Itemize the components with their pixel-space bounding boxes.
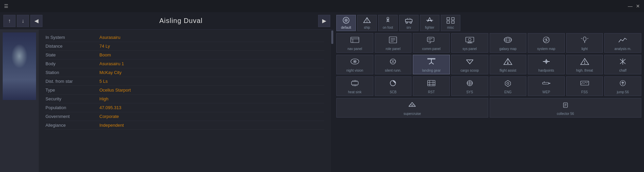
portrait-image — [3, 32, 36, 100]
info-row: Body Asurasairu 1 — [45, 59, 324, 68]
nav-panel-label: nav panel — [347, 47, 362, 51]
scroll-thumb[interactable] — [331, 30, 333, 44]
svg-marker-97 — [505, 80, 511, 87]
svg-marker-24 — [428, 18, 432, 21]
grid-row-3: heat sink SCB RST SYS ENG WEP FSS jump 5… — [336, 76, 641, 96]
svg-point-45 — [504, 39, 512, 41]
info-label: Station — [45, 70, 99, 75]
info-row: Security High — [45, 95, 324, 103]
svg-rect-99 — [543, 82, 549, 84]
minimize-button[interactable]: — — [628, 3, 633, 9]
tab-ship[interactable]: ship — [357, 15, 377, 31]
grid-item-collector-56[interactable]: collector 56 — [490, 98, 642, 118]
scroll-bar[interactable] — [331, 30, 334, 172]
supercruise-icon — [407, 101, 417, 109]
toolbar: ↑ ↓ ◀ Aisling Duval ▶ — [0, 12, 334, 30]
night-vision-label: night vision — [346, 69, 363, 73]
eng-icon — [503, 79, 513, 88]
svg-point-43 — [468, 38, 471, 41]
grid-item-comm-panel[interactable]: comm panel — [413, 33, 450, 53]
svg-line-52 — [581, 38, 582, 39]
grid-item-scb[interactable]: SCB — [375, 76, 412, 96]
svg-rect-40 — [466, 37, 474, 42]
tab-default[interactable]: default — [336, 15, 356, 31]
grid-item-nav-panel[interactable]: nav panel — [336, 33, 373, 53]
sys-label: SYS — [466, 90, 473, 94]
info-row: Allegiance Independent — [45, 121, 324, 130]
grid-item-sys[interactable]: SYS — [451, 76, 488, 96]
role-panel-label: role panel — [386, 47, 400, 51]
svg-point-68 — [507, 63, 509, 64]
svg-point-56 — [354, 61, 356, 62]
svg-rect-63 — [427, 58, 435, 59]
back-button[interactable]: ◀ — [30, 15, 42, 27]
grid-item-analysis-m[interactable]: analysis m. — [604, 33, 641, 53]
right-panel: default ship on foot srv fighter misc na… — [334, 12, 644, 172]
chaff-label: chaff — [619, 69, 626, 73]
info-row: Distance 74 Ly — [45, 42, 324, 51]
menu-icon[interactable]: ☰ — [4, 3, 8, 9]
grid-item-fss[interactable]: FSS — [566, 76, 603, 96]
svg-rect-50 — [583, 37, 586, 41]
fss-icon — [580, 79, 589, 88]
analysis-m-label: analysis m. — [614, 47, 631, 51]
grid-item-chaff[interactable]: chaff — [604, 55, 641, 74]
flight-assist-label: flight assist — [500, 69, 516, 73]
grid-item-landing-gear[interactable]: landing gear — [413, 55, 450, 74]
role-panel-icon — [388, 36, 398, 45]
grid-item-jump-56[interactable]: jump 56 — [604, 76, 641, 96]
info-value: Ocellus Starport — [99, 88, 131, 93]
default-tab-label: default — [341, 26, 351, 29]
info-label: Dist. from star — [45, 79, 99, 84]
grid-item-galaxy-map[interactable]: galaxy map — [490, 33, 527, 53]
grid-item-night-vision[interactable]: night vision — [336, 55, 373, 74]
tab-on-foot[interactable]: on foot — [378, 15, 398, 31]
chaff-icon — [618, 58, 627, 66]
svg-rect-78 — [351, 81, 358, 85]
collector-56-icon — [561, 101, 570, 109]
grid-item-high-threat[interactable]: high. threat — [566, 55, 603, 74]
close-button[interactable]: ✕ — [636, 3, 640, 9]
info-row: Station McKay City — [45, 68, 324, 77]
light-label: light — [581, 47, 587, 51]
info-row: State Boom — [45, 51, 324, 59]
svg-point-48 — [546, 39, 547, 41]
grid-item-silent-runn[interactable]: silent runn. — [375, 55, 412, 74]
fighter-tab-icon — [425, 17, 434, 25]
up-button[interactable]: ↑ — [3, 15, 16, 27]
light-icon — [580, 36, 589, 45]
tab-srv[interactable]: srv — [399, 15, 419, 31]
grid-item-role-panel[interactable]: role panel — [375, 33, 412, 53]
grid-item-supercruise[interactable]: supercruise — [336, 98, 488, 118]
tab-fighter[interactable]: fighter — [420, 15, 439, 31]
info-label: Population — [45, 105, 99, 110]
grid-item-light[interactable]: light — [566, 33, 603, 53]
ship-tab-label: ship — [364, 26, 370, 29]
grid-item-hardpoints[interactable]: hardpoints — [528, 55, 565, 74]
svg-point-44 — [504, 37, 512, 43]
down-button[interactable]: ↓ — [17, 15, 29, 27]
grid-item-wep[interactable]: WEP — [528, 76, 565, 96]
grid-item-cargo-scoop[interactable]: cargo scoop — [451, 55, 488, 74]
grid-item-flight-assist[interactable]: flight assist — [490, 55, 527, 74]
grid-item-system-map[interactable]: system map — [528, 33, 565, 53]
analysis-m-icon — [618, 36, 627, 45]
sys-panel-label: sys panel — [463, 47, 477, 51]
grid-item-sys-panel[interactable]: sys panel — [451, 33, 488, 53]
svg-point-5 — [21, 55, 23, 56]
grid-item-rst[interactable]: RST — [413, 76, 450, 96]
tab-misc[interactable]: misc — [441, 15, 460, 31]
left-panel: ↑ ↓ ◀ Aisling Duval ▶ — [0, 12, 334, 172]
info-row: Type Ocellus Starport — [45, 86, 324, 95]
svg-point-2 — [10, 43, 29, 70]
grid-row-4: supercruise collector 56 — [336, 98, 641, 118]
supercruise-label: supercruise — [403, 112, 421, 116]
misc-tab-icon — [446, 17, 455, 25]
grid-item-heat-sink[interactable]: heat sink — [336, 76, 373, 96]
jump-56-label: jump 56 — [617, 90, 629, 94]
svg-point-10 — [344, 19, 348, 22]
grid-item-eng[interactable]: ENG — [490, 76, 527, 96]
hardpoints-label: hardpoints — [539, 69, 554, 73]
forward-button[interactable]: ▶ — [318, 15, 330, 27]
tab-row: default ship on foot srv fighter misc — [336, 15, 641, 31]
